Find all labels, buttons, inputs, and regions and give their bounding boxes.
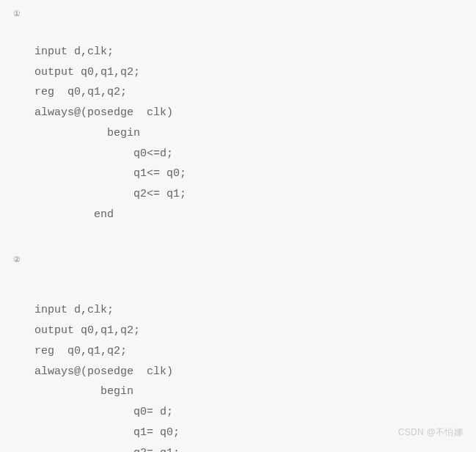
code-line: q2= q1; — [34, 447, 180, 453]
code-block-1: input d,clk; output q0,q1,q2; reg q0,q1,… — [34, 21, 476, 225]
code-line: begin — [34, 127, 140, 139]
code-line: reg q0,q1,q2; — [34, 345, 127, 357]
spacer — [0, 225, 476, 255]
code-line: always@(posedge clk) — [34, 365, 173, 378]
code-line: q1= q0; — [34, 426, 180, 439]
code-line: output q0,q1,q2; — [34, 324, 140, 337]
code-line: input d,clk; — [34, 304, 114, 316]
code-line: output q0,q1,q2; — [34, 66, 140, 79]
marker-2: ② — [13, 255, 476, 264]
watermark: CSDN @不怕娜 — [398, 426, 463, 439]
marker-1: ① — [13, 9, 476, 18]
code-line: begin — [34, 385, 133, 398]
code-line: end — [34, 208, 114, 221]
code-line: input d,clk; — [34, 45, 114, 58]
code-line: q2<= q1; — [34, 188, 186, 200]
code-line: q1<= q0; — [34, 167, 186, 180]
spacer-small — [0, 267, 476, 280]
code-line: reg q0,q1,q2; — [34, 86, 127, 98]
code-line: q0<=d; — [34, 147, 173, 160]
code-line: q0= d; — [34, 406, 173, 418]
code-line: always@(posedge clk) — [34, 106, 173, 119]
